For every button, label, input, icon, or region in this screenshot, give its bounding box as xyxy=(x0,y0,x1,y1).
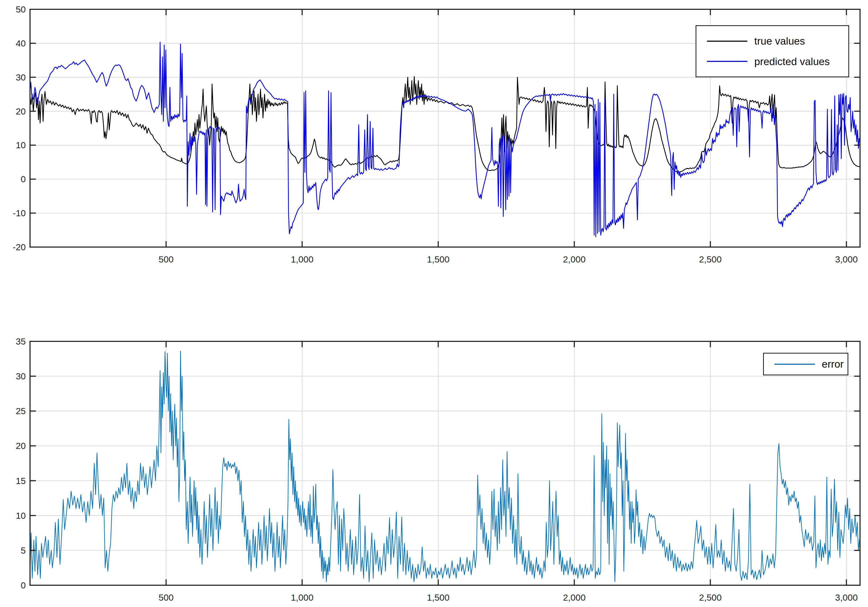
x-tick-label: 500 xyxy=(159,592,174,602)
y-tick-label: 0 xyxy=(21,174,26,184)
y-tick-label: 15 xyxy=(16,476,26,486)
legend-entry-true-values: true values xyxy=(696,36,848,46)
x-tick-label: 2,000 xyxy=(563,254,586,264)
x-tick-label: 2,500 xyxy=(699,254,722,264)
y-tick-label: 30 xyxy=(16,72,26,82)
y-tick-label: 25 xyxy=(16,406,26,416)
bottom-chart: 5001,0001,5002,0002,5003,000051015202530… xyxy=(16,336,860,602)
figure: 5001,0001,5002,0002,5003,000-20-10010203… xyxy=(0,0,868,607)
y-tick-label: 0 xyxy=(21,580,26,590)
legend-label-error: error xyxy=(822,359,843,369)
top-chart-legend: true values predicted values xyxy=(696,25,849,77)
x-tick-label: 2,500 xyxy=(699,592,722,602)
series-error xyxy=(30,351,860,582)
legend-label-predicted-values: predicted values xyxy=(754,56,830,67)
legend-label-true-values: true values xyxy=(754,36,805,46)
y-tick-label: 10 xyxy=(16,140,26,150)
legend-entry-error: error xyxy=(764,359,848,369)
x-tick-label: 2,000 xyxy=(563,592,586,602)
true-values-line-sample xyxy=(707,41,747,42)
plots-canvas: 5001,0001,5002,0002,5003,000-20-10010203… xyxy=(0,0,868,607)
y-tick-label: 35 xyxy=(16,336,26,347)
error-line-sample xyxy=(775,364,815,365)
y-tick-label: 20 xyxy=(16,106,26,116)
y-tick-label: 20 xyxy=(16,441,26,451)
y-tick-label: -10 xyxy=(13,208,26,218)
y-tick-label: -20 xyxy=(13,242,26,252)
y-tick-label: 40 xyxy=(16,38,26,48)
bottom-chart-legend: error xyxy=(763,353,848,375)
x-tick-label: 1,500 xyxy=(427,592,450,602)
x-tick-label: 1,500 xyxy=(427,254,450,264)
predicted-values-line-sample xyxy=(707,61,747,62)
y-tick-label: 30 xyxy=(16,371,26,381)
y-tick-label: 50 xyxy=(16,4,26,14)
series-true-values xyxy=(30,76,860,172)
x-tick-label: 3,000 xyxy=(835,592,858,602)
x-tick-label: 1,000 xyxy=(291,254,313,264)
x-tick-label: 1,000 xyxy=(291,592,313,602)
x-tick-label: 3,000 xyxy=(835,254,858,264)
y-tick-label: 10 xyxy=(16,511,26,521)
legend-entry-predicted-values: predicted values xyxy=(696,56,848,67)
y-tick-label: 5 xyxy=(21,545,26,556)
x-tick-label: 500 xyxy=(159,254,174,264)
